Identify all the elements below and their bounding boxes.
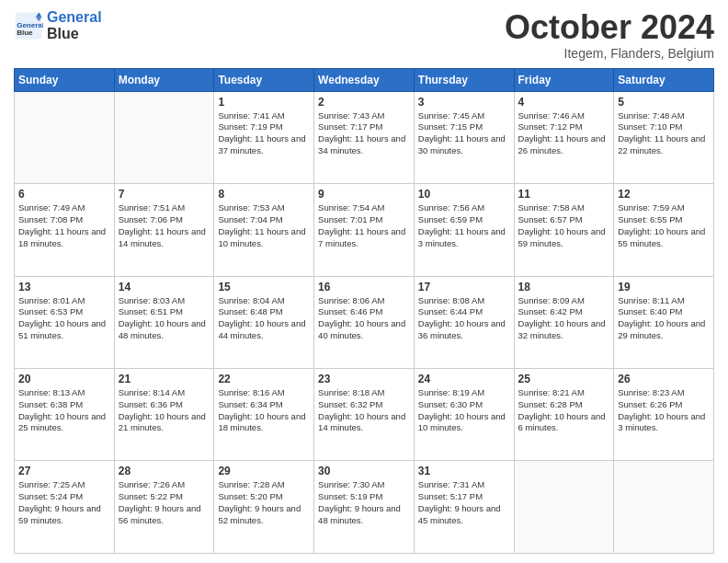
- calendar-cell: [514, 461, 614, 554]
- calendar-cell: 10Sunrise: 7:56 AM Sunset: 6:59 PM Dayli…: [414, 184, 514, 276]
- cell-details: Sunrise: 7:31 AM Sunset: 5:17 PM Dayligh…: [418, 479, 510, 526]
- day-number: 10: [418, 188, 510, 201]
- calendar-cell: 23Sunrise: 8:18 AM Sunset: 6:32 PM Dayli…: [314, 369, 415, 461]
- cell-details: Sunrise: 8:21 AM Sunset: 6:28 PM Dayligh…: [518, 387, 610, 434]
- col-header-monday: Monday: [114, 68, 214, 91]
- day-number: 2: [318, 96, 410, 109]
- day-number: 19: [618, 281, 710, 293]
- day-number: 13: [18, 281, 110, 293]
- cell-details: Sunrise: 7:48 AM Sunset: 7:10 PM Dayligh…: [618, 110, 710, 157]
- logo-text-blue: Blue: [47, 26, 102, 42]
- day-number: 26: [618, 373, 710, 385]
- col-header-tuesday: Tuesday: [214, 68, 314, 91]
- svg-text:General: General: [17, 20, 43, 29]
- day-number: 7: [119, 188, 210, 201]
- calendar-table: SundayMondayTuesdayWednesdayThursdayFrid…: [14, 68, 714, 554]
- cell-details: Sunrise: 8:13 AM Sunset: 6:38 PM Dayligh…: [18, 387, 110, 434]
- day-number: 8: [218, 188, 310, 201]
- day-number: 11: [518, 188, 610, 201]
- week-row-1: 1Sunrise: 7:41 AM Sunset: 7:19 PM Daylig…: [15, 91, 714, 183]
- calendar-cell: 28Sunrise: 7:26 AM Sunset: 5:22 PM Dayli…: [114, 461, 214, 554]
- day-number: 27: [18, 465, 110, 477]
- calendar-cell: 27Sunrise: 7:25 AM Sunset: 5:24 PM Dayli…: [15, 461, 115, 554]
- col-header-wednesday: Wednesday: [314, 68, 415, 91]
- calendar-cell: 13Sunrise: 8:01 AM Sunset: 6:53 PM Dayli…: [15, 276, 115, 368]
- week-row-3: 13Sunrise: 8:01 AM Sunset: 6:53 PM Dayli…: [15, 276, 714, 368]
- title-block: October 2024 Itegem, Flanders, Belgium: [505, 9, 714, 61]
- day-number: 30: [318, 465, 410, 477]
- day-number: 22: [218, 373, 310, 385]
- cell-details: Sunrise: 7:26 AM Sunset: 5:22 PM Dayligh…: [119, 479, 210, 526]
- svg-text:Blue: Blue: [17, 29, 33, 37]
- calendar-header-row: SundayMondayTuesdayWednesdayThursdayFrid…: [15, 68, 714, 91]
- day-number: 23: [318, 373, 410, 385]
- cell-details: Sunrise: 7:58 AM Sunset: 6:57 PM Dayligh…: [518, 202, 610, 249]
- calendar-cell: 18Sunrise: 8:09 AM Sunset: 6:42 PM Dayli…: [514, 276, 614, 368]
- col-header-thursday: Thursday: [414, 68, 514, 91]
- day-number: 20: [18, 373, 110, 385]
- calendar-cell: 8Sunrise: 7:53 AM Sunset: 7:04 PM Daylig…: [214, 184, 314, 276]
- cell-details: Sunrise: 7:45 AM Sunset: 7:15 PM Dayligh…: [418, 110, 510, 157]
- cell-details: Sunrise: 8:14 AM Sunset: 6:36 PM Dayligh…: [119, 387, 210, 434]
- location: Itegem, Flanders, Belgium: [505, 46, 714, 61]
- cell-details: Sunrise: 8:06 AM Sunset: 6:46 PM Dayligh…: [318, 295, 410, 342]
- day-number: 6: [18, 188, 110, 201]
- day-number: 4: [518, 96, 610, 109]
- col-header-friday: Friday: [514, 68, 614, 91]
- cell-details: Sunrise: 8:03 AM Sunset: 6:51 PM Dayligh…: [119, 295, 210, 342]
- day-number: 31: [418, 465, 510, 477]
- calendar-cell: [614, 461, 714, 554]
- day-number: 12: [618, 188, 710, 201]
- day-number: 15: [218, 281, 310, 293]
- calendar-cell: 24Sunrise: 8:19 AM Sunset: 6:30 PM Dayli…: [414, 369, 514, 461]
- cell-details: Sunrise: 8:23 AM Sunset: 6:26 PM Dayligh…: [618, 387, 710, 434]
- day-number: 16: [318, 281, 410, 293]
- calendar-cell: 19Sunrise: 8:11 AM Sunset: 6:40 PM Dayli…: [614, 276, 714, 368]
- cell-details: Sunrise: 8:19 AM Sunset: 6:30 PM Dayligh…: [418, 387, 510, 434]
- day-number: 21: [119, 373, 210, 385]
- calendar-cell: 31Sunrise: 7:31 AM Sunset: 5:17 PM Dayli…: [414, 461, 514, 554]
- cell-details: Sunrise: 7:56 AM Sunset: 6:59 PM Dayligh…: [418, 202, 510, 249]
- calendar-cell: [114, 91, 214, 183]
- cell-details: Sunrise: 8:18 AM Sunset: 6:32 PM Dayligh…: [318, 387, 410, 434]
- cell-details: Sunrise: 8:09 AM Sunset: 6:42 PM Dayligh…: [518, 295, 610, 342]
- calendar-cell: 11Sunrise: 7:58 AM Sunset: 6:57 PM Dayli…: [514, 184, 614, 276]
- month-title: October 2024: [505, 9, 714, 46]
- calendar-cell: 17Sunrise: 8:08 AM Sunset: 6:44 PM Dayli…: [414, 276, 514, 368]
- cell-details: Sunrise: 7:30 AM Sunset: 5:19 PM Dayligh…: [318, 479, 410, 526]
- calendar-cell: 15Sunrise: 8:04 AM Sunset: 6:48 PM Dayli…: [214, 276, 314, 368]
- cell-details: Sunrise: 7:53 AM Sunset: 7:04 PM Dayligh…: [218, 202, 310, 249]
- week-row-2: 6Sunrise: 7:49 AM Sunset: 7:08 PM Daylig…: [15, 184, 714, 276]
- cell-details: Sunrise: 7:41 AM Sunset: 7:19 PM Dayligh…: [218, 110, 310, 157]
- calendar-cell: 22Sunrise: 8:16 AM Sunset: 6:34 PM Dayli…: [214, 369, 314, 461]
- page: General Blue General Blue October 2024 I…: [0, 0, 728, 563]
- calendar-cell: 26Sunrise: 8:23 AM Sunset: 6:26 PM Dayli…: [614, 369, 714, 461]
- calendar-cell: 9Sunrise: 7:54 AM Sunset: 7:01 PM Daylig…: [314, 184, 415, 276]
- day-number: 1: [218, 96, 310, 109]
- cell-details: Sunrise: 7:54 AM Sunset: 7:01 PM Dayligh…: [318, 202, 410, 249]
- calendar-cell: 20Sunrise: 8:13 AM Sunset: 6:38 PM Dayli…: [15, 369, 115, 461]
- col-header-saturday: Saturday: [614, 68, 714, 91]
- logo: General Blue General Blue: [14, 9, 102, 41]
- cell-details: Sunrise: 8:11 AM Sunset: 6:40 PM Dayligh…: [618, 295, 710, 342]
- cell-details: Sunrise: 8:04 AM Sunset: 6:48 PM Dayligh…: [218, 295, 310, 342]
- cell-details: Sunrise: 7:46 AM Sunset: 7:12 PM Dayligh…: [518, 110, 610, 157]
- day-number: 25: [518, 373, 610, 385]
- week-row-4: 20Sunrise: 8:13 AM Sunset: 6:38 PM Dayli…: [15, 369, 714, 461]
- calendar-cell: 6Sunrise: 7:49 AM Sunset: 7:08 PM Daylig…: [15, 184, 115, 276]
- calendar-cell: 16Sunrise: 8:06 AM Sunset: 6:46 PM Dayli…: [314, 276, 415, 368]
- day-number: 3: [418, 96, 510, 109]
- calendar-cell: 3Sunrise: 7:45 AM Sunset: 7:15 PM Daylig…: [414, 91, 514, 183]
- cell-details: Sunrise: 7:49 AM Sunset: 7:08 PM Dayligh…: [18, 202, 110, 249]
- calendar-cell: 7Sunrise: 7:51 AM Sunset: 7:06 PM Daylig…: [114, 184, 214, 276]
- calendar-cell: 12Sunrise: 7:59 AM Sunset: 6:55 PM Dayli…: [614, 184, 714, 276]
- day-number: 14: [119, 281, 210, 293]
- day-number: 9: [318, 188, 410, 201]
- cell-details: Sunrise: 8:08 AM Sunset: 6:44 PM Dayligh…: [418, 295, 510, 342]
- cell-details: Sunrise: 7:25 AM Sunset: 5:24 PM Dayligh…: [18, 479, 110, 526]
- cell-details: Sunrise: 7:43 AM Sunset: 7:17 PM Dayligh…: [318, 110, 410, 157]
- calendar-cell: 1Sunrise: 7:41 AM Sunset: 7:19 PM Daylig…: [214, 91, 314, 183]
- calendar-cell: 29Sunrise: 7:28 AM Sunset: 5:20 PM Dayli…: [214, 461, 314, 554]
- calendar-cell: 30Sunrise: 7:30 AM Sunset: 5:19 PM Dayli…: [314, 461, 415, 554]
- logo-icon: General Blue: [14, 11, 43, 40]
